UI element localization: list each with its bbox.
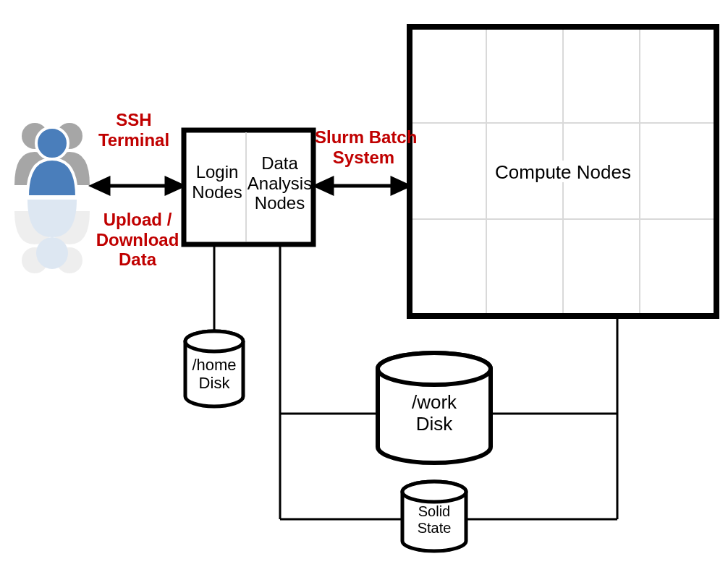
diagram-stage: SSH Terminal Upload / Download Data Logi…: [0, 0, 728, 572]
svg-point-10: [36, 237, 68, 269]
ssh-terminal-label: SSH Terminal: [87, 110, 181, 150]
slurm-batch-label: Slurm Batch System: [315, 127, 412, 167]
home-disk-label: /home Disk: [185, 356, 243, 393]
login-nodes-label: Login Nodes: [188, 162, 246, 202]
arrow-users-login: [93, 179, 182, 193]
svg-point-26: [185, 331, 243, 351]
data-analysis-nodes-label: Data Analysis Nodes: [246, 153, 313, 213]
solid-state-label: Solid State: [402, 503, 466, 537]
upload-download-label: Upload / Download Data: [87, 210, 188, 270]
users-icon: [14, 123, 90, 273]
svg-marker-18: [392, 179, 408, 193]
svg-point-7: [36, 127, 68, 159]
diagram-svg: [0, 0, 728, 572]
compute-nodes-label: Compute Nodes: [485, 162, 641, 184]
svg-point-28: [402, 482, 466, 502]
svg-marker-17: [316, 179, 332, 193]
svg-marker-12: [93, 179, 109, 193]
arrow-login-compute: [316, 179, 408, 193]
svg-point-27: [378, 353, 491, 385]
work-disk-label: /work Disk: [378, 392, 491, 435]
svg-marker-13: [166, 179, 182, 193]
